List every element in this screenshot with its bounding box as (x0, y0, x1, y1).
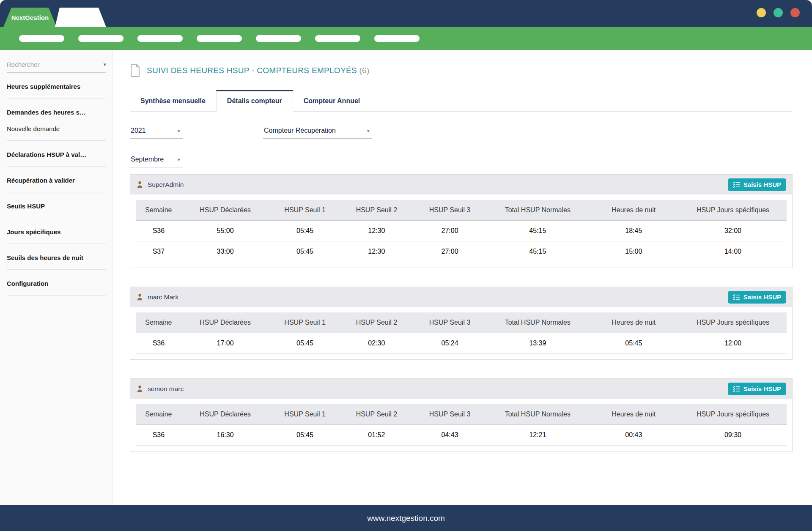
nav-pill[interactable] (374, 35, 420, 42)
column-header: Total HSUP Normales (487, 312, 588, 333)
saisis-hsup-label: Saisis HSUP (743, 181, 781, 188)
nav-pill[interactable] (315, 35, 360, 42)
content: SUIVI DES HEURES HSUP - COMPTEURS EMPLOY… (112, 50, 812, 505)
table-cell: 27:00 (412, 221, 487, 241)
table-row: S3617:0005:4502:3005:2413:3905:4512:00 (136, 333, 787, 354)
column-header: HSUP Seuil 2 (341, 312, 412, 333)
employee-card-body: SemaineHSUP DéclaréesHSUP Seuil 1HSUP Se… (130, 307, 792, 359)
page-title-text: SUIVI DES HEURES HSUP - COMPTEURS EMPLOY… (147, 66, 357, 75)
list-check-icon (733, 294, 740, 300)
minimize-light-icon[interactable] (757, 8, 766, 17)
sidebar-group: Jours spécifiques (7, 218, 106, 244)
nav-pill[interactable] (137, 35, 183, 42)
column-header: HSUP Déclarées (181, 312, 269, 333)
column-header: HSUP Jours spécifiques (679, 404, 787, 425)
year-select[interactable]: 2021 ▾ (130, 127, 183, 139)
employee-card-body: SemaineHSUP DéclaréesHSUP Seuil 1HSUP Se… (130, 399, 792, 451)
table-cell: 12:30 (341, 241, 412, 262)
table-cell: S36 (136, 221, 181, 241)
main-nav-bar (0, 27, 812, 50)
table-row: S3655:0005:4512:3027:0045:1518:4532:00 (136, 221, 787, 241)
user-icon (136, 181, 143, 188)
sidebar-item-demandes-des-heures-s[interactable]: Demandes des heures s… (7, 99, 106, 116)
employee-name: semon marc (148, 385, 184, 393)
sidebar-item-heures-supplementaires[interactable]: Heures supplémentaires (7, 74, 106, 90)
saisis-hsup-button[interactable]: Saisis HSUP (728, 291, 786, 304)
column-header: Total HSUP Normales (487, 404, 588, 425)
column-header: HSUP Seuil 3 (412, 312, 487, 333)
table-cell: 02:30 (341, 333, 412, 354)
sidebar-item-recuperation-a-valider[interactable]: Récupération à valider (7, 167, 106, 184)
column-header: Semaine (136, 200, 181, 221)
tab-details-compteur[interactable]: Détails compteur (216, 90, 293, 112)
sidebar-item-seuils-hsup[interactable]: Seuils HSUP (7, 193, 106, 210)
column-header: HSUP Seuil 3 (412, 200, 487, 221)
column-header: HSUP Seuil 2 (341, 200, 412, 221)
counter-select[interactable]: Compteur Récupération ▾ (263, 127, 372, 139)
column-header: HSUP Seuil 1 (269, 200, 340, 221)
window-tab-shape (55, 8, 106, 27)
list-check-icon (733, 181, 740, 188)
table-header-row: SemaineHSUP DéclaréesHSUP Seuil 1HSUP Se… (136, 200, 787, 221)
table-cell: 05:45 (269, 241, 340, 262)
table-cell: 16:30 (181, 425, 269, 446)
nav-pill[interactable] (256, 35, 301, 42)
nav-pill[interactable] (78, 35, 123, 42)
table-cell: 17:00 (181, 333, 269, 354)
sidebar-item-nouvelle-demande[interactable]: Nouvelle demande (7, 116, 106, 132)
tabs: Synthèse mensuelleDétails compteurCompte… (130, 90, 793, 112)
tab-synthese-mensuelle[interactable]: Synthèse mensuelle (130, 90, 216, 111)
employee-card: marc Mark Saisis HSUP SemaineHSUP Déclar… (130, 287, 793, 360)
column-header: Total HSUP Normales (487, 200, 588, 221)
sidebar-item-jours-specifiques[interactable]: Jours spécifiques (7, 219, 106, 235)
sidebar-item-configuration[interactable]: Configuration (7, 271, 106, 287)
employee-card-header: marc Mark Saisis HSUP (130, 287, 792, 307)
table-cell: 27:00 (412, 241, 487, 262)
table-header-row: SemaineHSUP DéclaréesHSUP Seuil 1HSUP Se… (136, 312, 787, 333)
maximize-light-icon[interactable] (774, 8, 783, 17)
search-input[interactable]: Rechercher ▾ (7, 61, 106, 73)
traffic-lights (757, 8, 800, 17)
table-cell: 09:30 (679, 425, 787, 446)
hsup-table: SemaineHSUP DéclaréesHSUP Seuil 1HSUP Se… (136, 200, 787, 262)
saisis-hsup-label: Saisis HSUP (743, 385, 781, 392)
sidebar-item-declarations-hsup-a-val[interactable]: Déclarations HSUP à val… (7, 142, 106, 158)
saisis-hsup-button[interactable]: Saisis HSUP (728, 383, 786, 395)
column-header: HSUP Déclarées (181, 200, 269, 221)
table-cell: 01:52 (341, 425, 412, 446)
month-select[interactable]: Septembre ▾ (130, 156, 183, 167)
table-cell: 55:00 (181, 221, 269, 241)
search-placeholder: Rechercher (7, 61, 40, 68)
tab-compteur-annuel[interactable]: Compteur Annuel (293, 90, 371, 111)
saisis-hsup-button[interactable]: Saisis HSUP (728, 178, 786, 191)
column-header: Semaine (136, 312, 181, 333)
sidebar-item-seuils-des-heures-de-nuit[interactable]: Seuils des heures de nuit (7, 245, 106, 261)
year-value: 2021 (131, 127, 146, 134)
table-cell: 12:00 (679, 333, 787, 354)
chevron-down-icon: ▾ (367, 128, 370, 134)
month-value: Septembre (131, 156, 164, 163)
sidebar-group: Heures supplémentaires (7, 73, 106, 99)
counter-value: Compteur Récupération (264, 127, 336, 134)
column-header: HSUP Déclarées (181, 404, 269, 425)
nav-pill[interactable] (19, 35, 64, 42)
sidebar-group: Seuils des heures de nuit (7, 244, 106, 270)
close-light-icon[interactable] (790, 8, 800, 17)
table-cell: S37 (136, 241, 181, 262)
table-cell: 15:00 (588, 241, 679, 262)
table-cell: 45:15 (487, 241, 588, 262)
page-title-count: (6) (359, 66, 369, 75)
table-cell: 00:43 (588, 425, 679, 446)
employee-card: semon marc Saisis HSUP SemaineHSUP Décla… (130, 378, 793, 452)
filters: 2021 ▾ Compteur Récupération ▾ Septembre… (130, 127, 793, 167)
table-cell: 05:45 (269, 425, 340, 446)
brand-label: NextGestion (11, 14, 49, 21)
sidebar-group: Demandes des heures s…Nouvelle demande (7, 99, 106, 141)
user-icon (136, 385, 143, 392)
table-cell: 45:15 (487, 221, 588, 241)
employee-card: SuperAdmin Saisis HSUP SemaineHSUP Décla… (130, 174, 793, 268)
nav-pill[interactable] (197, 35, 242, 42)
column-header: HSUP Jours spécifiques (679, 200, 787, 221)
title-row: SUIVI DES HEURES HSUP - COMPTEURS EMPLOY… (130, 63, 793, 77)
sidebar-group: Configuration (7, 270, 106, 296)
